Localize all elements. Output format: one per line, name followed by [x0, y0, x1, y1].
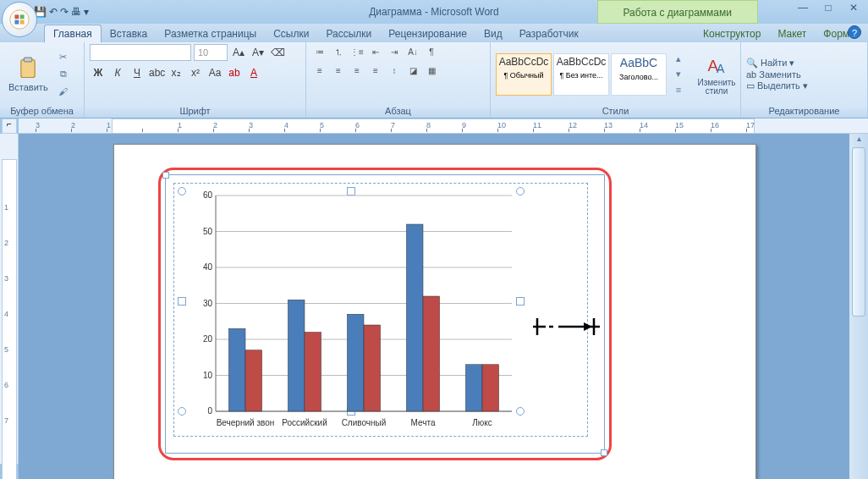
svg-rect-34 [482, 365, 499, 411]
group-editing: 🔍Найти▾ abЗаменить ▭Выделить▾ Редактиров… [741, 42, 868, 118]
group-paragraph-label: Абзац [311, 104, 485, 118]
numbering-button[interactable]: ⒈ [330, 44, 347, 59]
change-styles-label: Изменить стили [694, 79, 739, 96]
borders-button[interactable]: ▦ [423, 63, 440, 78]
qat-redo-icon[interactable]: ↷ [60, 6, 69, 18]
group-styles-label: Стили [496, 104, 735, 118]
svg-rect-25 [305, 333, 321, 412]
help-button[interactable]: ? [848, 25, 861, 39]
document-area[interactable]: 0102030405060Вечерний звонРоссийскийСлив… [19, 134, 849, 479]
tab-design[interactable]: Конструктор [695, 25, 769, 42]
tab-mailings[interactable]: Рассылки [317, 25, 380, 42]
italic-button[interactable]: К [109, 64, 126, 81]
format-painter-icon[interactable]: 🖌 [55, 84, 72, 99]
sort-button[interactable]: A↓ [404, 44, 421, 59]
tab-selector-button[interactable]: ⌐ [2, 118, 17, 134]
svg-rect-33 [465, 365, 482, 411]
qat-more-icon[interactable]: ▾ [84, 6, 89, 18]
line-spacing-button[interactable]: ↕ [386, 63, 403, 78]
indent-increase-button[interactable]: ⇥ [386, 44, 403, 59]
tab-home[interactable]: Главная [44, 25, 102, 42]
chart-plot: 0102030405060Вечерний звонРоссийскийСлив… [190, 191, 520, 432]
align-right-button[interactable]: ≡ [349, 63, 365, 78]
subscript-button[interactable]: x₂ [168, 64, 184, 81]
indent-decrease-button[interactable]: ⇤ [367, 44, 384, 59]
font-size-combo[interactable]: 10 [194, 44, 228, 61]
style-normal[interactable]: AaBbCcDc¶ Обычный [496, 53, 552, 96]
svg-point-0 [10, 10, 29, 29]
align-left-button[interactable]: ≡ [311, 63, 328, 78]
svg-text:A: A [717, 62, 725, 75]
copy-icon[interactable]: ⧉ [55, 67, 72, 82]
bullets-button[interactable]: ≔ [311, 44, 328, 59]
replace-button[interactable]: abЗаменить [746, 69, 801, 80]
scroll-up-icon[interactable]: ▴ [849, 134, 868, 147]
svg-rect-30 [406, 224, 423, 411]
maximize-button[interactable]: □ [819, 2, 838, 15]
tab-page-layout[interactable]: Разметка страницы [156, 25, 265, 42]
styles-row-up-icon[interactable]: ▴ [670, 52, 687, 67]
group-clipboard-label: Буфер обмена [5, 104, 79, 118]
tab-insert[interactable]: Вставка [102, 25, 157, 42]
shading-button[interactable]: ◪ [404, 63, 421, 78]
chart-object[interactable]: 0102030405060Вечерний звонРоссийскийСлив… [165, 174, 605, 454]
svg-text:Вечерний звон: Вечерний звон [217, 418, 275, 427]
svg-text:40: 40 [203, 262, 213, 272]
tab-layout[interactable]: Макет [769, 25, 815, 42]
close-button[interactable]: ✕ [844, 2, 863, 15]
svg-text:50: 50 [203, 227, 213, 236]
cut-icon[interactable]: ✂ [55, 50, 72, 65]
plot-handle-bl[interactable] [178, 407, 186, 416]
clear-formatting-icon[interactable]: ⌫ [269, 44, 286, 61]
find-icon: 🔍 [746, 58, 758, 69]
tab-references[interactable]: Ссылки [265, 25, 317, 42]
underline-button[interactable]: Ч [129, 64, 146, 81]
highlight-button[interactable]: ab [226, 64, 243, 81]
font-name-combo[interactable] [90, 44, 191, 61]
find-button[interactable]: 🔍Найти▾ [746, 58, 794, 69]
tab-developer[interactable]: Разработчик [511, 25, 587, 42]
office-button[interactable] [2, 2, 37, 37]
svg-text:Мечта: Мечта [411, 418, 436, 427]
scroll-thumb[interactable] [852, 147, 865, 317]
replace-icon: ab [746, 69, 756, 80]
styles-more-icon[interactable]: ≡ [670, 82, 687, 97]
align-center-button[interactable]: ≡ [330, 63, 347, 78]
document-page: 0102030405060Вечерний звонРоссийскийСлив… [113, 144, 756, 479]
font-color-button[interactable]: A [245, 64, 262, 81]
superscript-button[interactable]: x² [187, 64, 204, 81]
title-bar: 💾 ↶ ↷ 🖶 ▾ Диаграмма - Microsoft Word Раб… [0, 0, 868, 24]
svg-rect-22 [245, 350, 262, 411]
style-no-spacing[interactable]: AaBbCcDc¶ Без инте... [553, 53, 609, 96]
paste-button[interactable]: Вставить [5, 55, 52, 94]
qat-undo-icon[interactable]: ↶ [49, 6, 58, 18]
select-button[interactable]: ▭Выделить▾ [746, 80, 808, 91]
styles-row-down-icon[interactable]: ▾ [670, 67, 687, 82]
svg-text:10: 10 [203, 371, 213, 380]
plot-handle-l[interactable] [178, 297, 186, 306]
group-paragraph: ≔ ⒈ ⋮≡ ⇤ ⇥ A↓ ¶ ≡ ≡ ≡ ≡ ↕ ◪ ▦ Абзац [306, 42, 491, 118]
multilevel-button[interactable]: ⋮≡ [349, 44, 365, 59]
vertical-ruler[interactable]: 1234567 [0, 134, 19, 464]
minimize-button[interactable]: — [794, 2, 812, 15]
tab-review[interactable]: Рецензирование [380, 25, 475, 42]
qat-print-icon[interactable]: 🖶 [71, 6, 81, 18]
vertical-scrollbar[interactable]: ▴ [849, 134, 868, 479]
horizontal-ruler[interactable]: 3211234567891011121314151617 [19, 118, 868, 134]
paste-label: Вставить [8, 82, 48, 92]
plot-handle-tl[interactable] [178, 187, 186, 195]
justify-button[interactable]: ≡ [367, 63, 384, 78]
style-heading1[interactable]: AaBbCЗаголово... [611, 53, 667, 96]
bold-button[interactable]: Ж [90, 64, 107, 81]
strike-button[interactable]: abc [148, 64, 165, 81]
grow-font-icon[interactable]: A▴ [230, 44, 247, 61]
change-case-button[interactable]: Aa [206, 64, 223, 81]
resize-arrow-annotation [533, 314, 601, 344]
contextual-tab-title: Работа с диаграммами [597, 0, 759, 24]
show-marks-button[interactable]: ¶ [423, 44, 440, 59]
shrink-font-icon[interactable]: A▾ [250, 44, 266, 61]
change-styles-button[interactable]: AA Изменить стили [690, 52, 743, 97]
tab-view[interactable]: Вид [475, 25, 511, 42]
svg-text:30: 30 [203, 299, 213, 308]
svg-rect-1 [21, 59, 35, 77]
